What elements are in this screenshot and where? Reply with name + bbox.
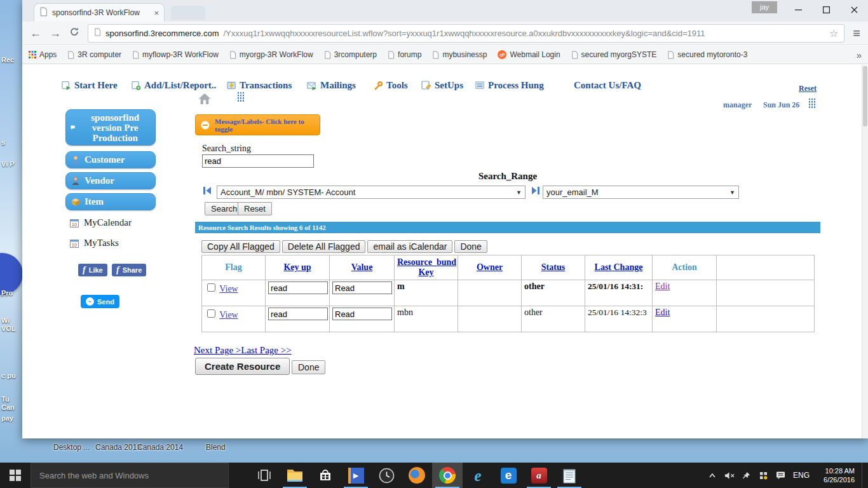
sidebar-item-vendor[interactable]: Vendor xyxy=(65,172,156,189)
language-indicator[interactable]: ENG xyxy=(793,471,810,480)
bookmark-item[interactable]: secured myorgSYSTE xyxy=(571,50,657,59)
next-page-link[interactable]: Next Page > xyxy=(194,345,241,355)
col-owner[interactable]: Owner xyxy=(477,262,503,272)
skip-back-icon[interactable] xyxy=(203,186,212,198)
sidebar-link-mytasks[interactable]: 10 MyTasks xyxy=(69,238,119,248)
sidebar-link-mycalendar[interactable]: 10 MyCalendar xyxy=(69,217,132,228)
bookmark-item[interactable]: myflowp-3R WorkFlow xyxy=(132,50,219,59)
create-resource-button[interactable]: Create Resource xyxy=(195,358,290,375)
browser-menu-icon[interactable]: ≡ xyxy=(853,26,860,41)
dotted-grid-icon[interactable] xyxy=(237,92,245,102)
bookmark-item[interactable]: forump xyxy=(388,50,421,59)
internet-explorer-button[interactable]: e xyxy=(463,463,493,488)
tray-app-grid-icon[interactable] xyxy=(759,471,769,480)
edit-link[interactable]: Edit xyxy=(655,281,670,291)
media-player-button[interactable]: ▶ xyxy=(341,463,371,488)
desktop-folder-label[interactable]: Desktop ... xyxy=(53,443,90,452)
alarms-clock-button[interactable] xyxy=(371,463,402,488)
desktop-folder-label[interactable]: Canada 2013 xyxy=(95,443,141,452)
row-value-input[interactable] xyxy=(332,281,392,294)
bookmark-apps[interactable]: Apps xyxy=(29,50,57,59)
desktop-icon-label[interactable]: c pu xyxy=(1,372,23,380)
minimize-button[interactable] xyxy=(784,0,812,19)
desktop-icon-label[interactable]: Tu Can xyxy=(1,395,23,412)
avro-keyboard-button[interactable]: a xyxy=(524,463,554,488)
desktop-icon-label[interactable]: s xyxy=(1,139,23,147)
nav-start-here[interactable]: Start Here xyxy=(62,80,118,91)
nav-tools[interactable]: Tools xyxy=(374,80,408,91)
back-icon[interactable]: ← xyxy=(30,27,41,39)
home-icon[interactable] xyxy=(198,93,212,107)
delete-all-flagged-button[interactable]: Delete All Flagged xyxy=(282,240,366,253)
browser-tab[interactable]: sponsorfind-3R WorkFlow × xyxy=(34,3,165,22)
bookmark-item[interactable]: 3R computer xyxy=(67,50,121,59)
range-select-1[interactable]: Account_M/ mbn/ SYSTEM- Account ▼ xyxy=(217,186,526,199)
reload-icon[interactable] xyxy=(69,27,79,39)
task-view-button[interactable] xyxy=(249,463,280,488)
chrome-button[interactable] xyxy=(432,463,463,488)
sidebar-item-item[interactable]: Item xyxy=(65,193,156,210)
desktop-icon-label[interactable]: Wi VOL xyxy=(1,316,23,333)
edit-link[interactable]: Edit xyxy=(655,308,670,317)
file-explorer-button[interactable] xyxy=(280,463,310,488)
row-flag-checkbox[interactable] xyxy=(207,283,215,292)
reset-button[interactable]: Reset xyxy=(238,202,272,215)
desktop-icon-label[interactable]: Rec xyxy=(1,56,23,64)
row-key-input[interactable] xyxy=(268,308,328,320)
done-button[interactable]: Done xyxy=(292,360,325,374)
email-icalendar-button[interactable]: email as iCalendar xyxy=(367,240,452,253)
tray-chevron-up-icon[interactable] xyxy=(707,473,717,478)
desktop-folder-label[interactable]: Canada 2014 xyxy=(137,443,183,452)
col-last-change[interactable]: Last Change xyxy=(595,262,643,272)
taskbar-clock[interactable]: 10:28 AM 6/26/2016 xyxy=(817,466,855,484)
location-pin-icon[interactable] xyxy=(742,471,752,480)
reset-session-link[interactable]: Reset xyxy=(799,84,817,93)
close-button[interactable] xyxy=(840,0,868,19)
taskbar-search[interactable]: Search the web and Windows xyxy=(31,463,229,488)
desktop-icon-label[interactable]: Vi P xyxy=(1,160,23,168)
facebook-like-button[interactable]: f Like xyxy=(78,264,107,276)
firefox-button[interactable] xyxy=(402,463,432,488)
skip-forward-icon[interactable] xyxy=(531,186,540,198)
view-link[interactable]: View xyxy=(219,310,238,320)
sidebar-item-version[interactable]: sponsorfind version Pre Production xyxy=(65,109,156,146)
bookmark-item[interactable]: mybusinessp xyxy=(432,50,487,59)
notepad-button[interactable] xyxy=(554,463,585,488)
col-key-up[interactable]: Key up xyxy=(283,262,311,272)
edge-button[interactable]: e xyxy=(493,463,524,488)
col-status[interactable]: Status xyxy=(541,262,565,272)
tab-close-icon[interactable]: × xyxy=(154,8,159,18)
row-value-input[interactable] xyxy=(332,308,392,320)
bookmark-webmail[interactable]: cPWebmail Login xyxy=(498,50,560,59)
nav-transactions[interactable]: Transactions xyxy=(227,80,292,91)
forward-icon[interactable]: → xyxy=(50,27,61,39)
facebook-share-button[interactable]: f Share xyxy=(112,264,146,276)
address-bar[interactable]: sponsorfind.3recommerce.com /Yxxxuq1r1xw… xyxy=(88,24,844,43)
last-page-link[interactable]: Last Page >> xyxy=(241,345,291,355)
desktop-icon-label[interactable]: pay xyxy=(1,414,23,423)
desktop-icon-label[interactable]: Pro xyxy=(1,289,23,297)
dotted-grid-icon[interactable] xyxy=(808,98,817,109)
page-scrollbar[interactable] xyxy=(862,65,868,438)
search-string-input[interactable] xyxy=(202,154,314,168)
done-bulk-button[interactable]: Done xyxy=(454,240,487,253)
bookmark-item[interactable]: 3rcomputerp xyxy=(324,50,377,59)
show-desktop-button[interactable] xyxy=(862,463,865,488)
desktop-folder-label[interactable]: Blend xyxy=(206,443,226,452)
bookmark-item[interactable]: secured mytoronto-3 xyxy=(667,50,747,59)
col-value[interactable]: Value xyxy=(351,262,373,272)
nav-setups[interactable]: SetUps xyxy=(421,80,463,91)
messenger-send-button[interactable]: Send xyxy=(81,295,119,308)
copy-all-flagged-button[interactable]: Copy All Flagged xyxy=(201,240,280,253)
bookmark-star-icon[interactable]: ☆ xyxy=(829,27,838,39)
row-key-input[interactable] xyxy=(268,281,328,294)
store-button[interactable] xyxy=(310,463,341,488)
nav-mailings[interactable]: Mailings xyxy=(307,80,356,91)
sidebar-item-customer[interactable]: Customer xyxy=(65,151,156,168)
bookmark-item[interactable]: myorgp-3R WorkFlow xyxy=(229,50,313,59)
page-icon[interactable] xyxy=(94,28,101,38)
maximize-button[interactable] xyxy=(812,0,840,19)
row-flag-checkbox[interactable] xyxy=(207,309,215,318)
view-link[interactable]: View xyxy=(219,284,238,294)
scrollbar-thumb[interactable] xyxy=(863,66,867,126)
